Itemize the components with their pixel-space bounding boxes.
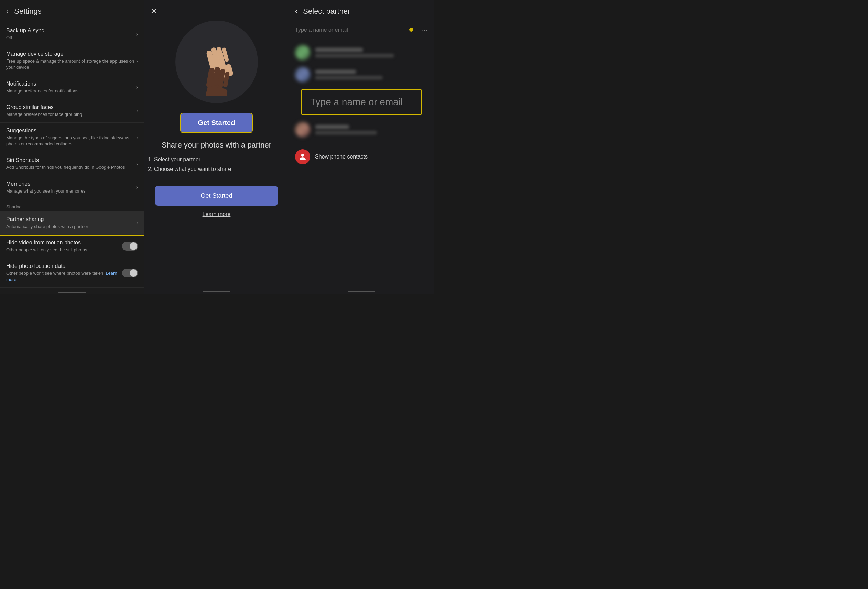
search-dot (409, 28, 413, 32)
chevron-icon: › (136, 84, 138, 90)
share-steps: Select your partner Choose what you want… (145, 156, 289, 176)
settings-item-partner-sharing[interactable]: Partner sharing Automatically share phot… (0, 211, 144, 235)
backup-sync-subtitle: Off (6, 35, 136, 41)
backup-sync-title: Back up & sync (6, 28, 136, 34)
right-title: Select partner (303, 7, 350, 16)
group-faces-title: Group similar faces (6, 104, 136, 111)
hide-video-toggle[interactable] (122, 242, 138, 251)
chevron-icon: › (136, 108, 138, 114)
contact-avatar-1 (295, 45, 310, 60)
notifications-subtitle: Manage preferences for notifications (6, 88, 136, 94)
right-scrollbar (348, 291, 375, 292)
contact-email-blurred (315, 76, 383, 80)
close-button[interactable]: ✕ (151, 7, 157, 16)
type-name-box: Type a name or email (301, 89, 422, 115)
right-back-icon[interactable]: ‹ (295, 7, 297, 16)
share-step-1: Select your partner (154, 156, 275, 162)
contact-item[interactable] (289, 63, 434, 86)
svg-rect-11 (205, 86, 228, 96)
settings-item-backup-sync[interactable]: Back up & sync Off › (0, 23, 144, 46)
partner-sharing-subtitle: Automatically share photos with a partne… (6, 223, 136, 230)
learn-more-link[interactable]: Learn more (6, 271, 117, 282)
partner-sharing-title: Partner sharing (6, 216, 136, 223)
chevron-icon: › (136, 31, 138, 37)
group-faces-subtitle: Manage preferences for face grouping (6, 111, 136, 118)
contacts-list: Type a name or email Show phone contacts (289, 39, 434, 288)
contact-item[interactable] (289, 41, 434, 63)
contact-email-blurred (315, 131, 377, 134)
chevron-icon: › (136, 134, 138, 141)
settings-item-suggestions[interactable]: Suggestions Manage the types of suggesti… (0, 123, 144, 152)
learn-more-button[interactable]: Learn more (202, 211, 231, 217)
search-input[interactable] (295, 23, 421, 37)
settings-item-group-faces[interactable]: Group similar faces Manage preferences f… (0, 99, 144, 123)
settings-item-notifications[interactable]: Notifications Manage preferences for not… (0, 76, 144, 99)
contact-name-blurred (315, 70, 356, 74)
siri-shortcuts-subtitle: Add Shortcuts for things you frequently … (6, 164, 136, 171)
middle-panel: ✕ Get Started Share y (145, 0, 289, 294)
memories-subtitle: Manage what you see in your memories (6, 188, 136, 194)
settings-list: Back up & sync Off › Manage device stora… (0, 23, 144, 291)
settings-item-manage-storage[interactable]: Manage device storage Free up space & ma… (0, 46, 144, 76)
suggestions-title: Suggestions (6, 128, 136, 134)
hide-location-toggle[interactable] (122, 269, 138, 278)
contact-avatar-2 (295, 67, 310, 82)
hide-video-subtitle: Other people will only see the still pho… (6, 247, 122, 253)
show-contacts-item[interactable]: Show phone contacts (289, 144, 434, 170)
hands-illustration (186, 28, 248, 96)
settings-item-hide-video[interactable]: Hide video from motion photos Other peop… (0, 235, 144, 258)
divider (289, 142, 434, 142)
show-contacts-label: Show phone contacts (315, 154, 368, 160)
contact-icon (295, 149, 310, 164)
person-icon (299, 153, 306, 161)
suggestions-subtitle: Manage the types of suggestions you see,… (6, 135, 136, 147)
manage-storage-title: Manage device storage (6, 51, 136, 57)
partner-image (176, 21, 258, 103)
get-started-button-bottom[interactable]: Get Started (155, 186, 278, 206)
hide-location-title: Hide photo location data (6, 263, 122, 269)
sharing-section-label: Sharing (0, 199, 144, 211)
share-title: Share your photos with a partner (162, 141, 271, 149)
memories-title: Memories (6, 181, 136, 187)
contact-item[interactable] (289, 119, 434, 141)
chevron-icon: › (136, 184, 138, 190)
notifications-title: Notifications (6, 81, 136, 87)
right-panel: ‹ Select partner ⋯ Type a name or email (289, 0, 434, 294)
settings-item-memories[interactable]: Memories Manage what you see in your mem… (0, 176, 144, 199)
siri-shortcuts-title: Siri Shortcuts (6, 157, 136, 163)
share-step-2: Choose what you want to share (154, 166, 275, 172)
scrollbar-indicator (59, 292, 86, 293)
search-container: ⋯ (289, 23, 434, 37)
contact-avatar-3 (295, 122, 310, 137)
settings-title: Settings (14, 7, 41, 16)
contact-name-blurred (315, 125, 349, 129)
settings-header: ‹ Settings (0, 0, 144, 23)
chevron-icon: › (136, 220, 138, 226)
chevron-icon: › (136, 161, 138, 167)
settings-panel: ‹ Settings Back up & sync Off › Manage d… (0, 0, 145, 294)
right-header: ‹ Select partner (289, 0, 434, 23)
hide-location-subtitle: Other people won't see where photos were… (6, 270, 122, 283)
middle-scrollbar (203, 291, 230, 292)
contact-email-blurred (315, 54, 394, 58)
settings-item-siri-shortcuts[interactable]: Siri Shortcuts Add Shortcuts for things … (0, 152, 144, 176)
back-icon[interactable]: ‹ (6, 7, 9, 16)
chevron-icon: › (136, 58, 138, 64)
contact-name-blurred (315, 48, 363, 52)
type-name-annotation: Type a name or email (295, 89, 428, 115)
more-options-icon[interactable]: ⋯ (421, 26, 428, 34)
hide-video-title: Hide video from motion photos (6, 240, 122, 246)
get-started-button-top[interactable]: Get Started (181, 114, 252, 132)
settings-item-hide-location[interactable]: Hide photo location data Other people wo… (0, 258, 144, 288)
manage-storage-subtitle: Free up space & manage the amount of sto… (6, 58, 136, 71)
settings-item-skipped-suggestions[interactable]: Skipped suggestions View & remove your s… (0, 288, 144, 291)
